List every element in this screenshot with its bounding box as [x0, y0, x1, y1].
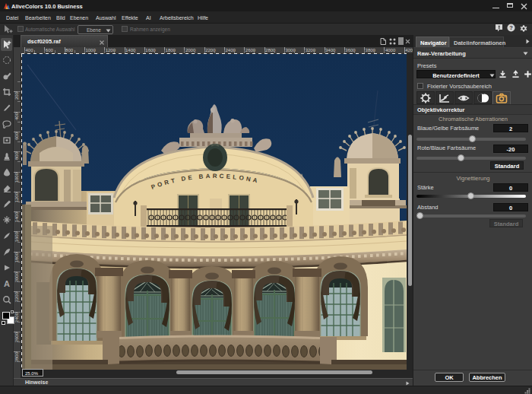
svg-text:?: ? [509, 24, 513, 31]
svg-text:A: A [4, 279, 10, 288]
